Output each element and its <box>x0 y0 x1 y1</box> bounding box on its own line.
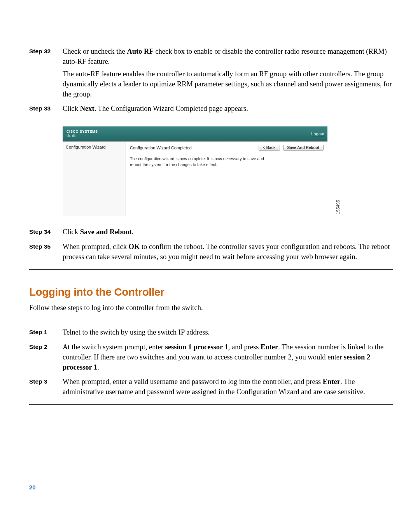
step-paragraph: Telnet to the switch by using the switch… <box>63 328 393 338</box>
step-row: Step 1Telnet to the switch by using the … <box>29 328 393 340</box>
section-intro: Follow these steps to log into the contr… <box>29 303 393 313</box>
wizard-completed-description: The configuration wizard is now complete… <box>130 156 266 167</box>
bold-text: session 2 processor 1 <box>63 353 370 371</box>
step-row: Step 35When prompted, click OK to confir… <box>29 242 393 265</box>
step-label: Step 1 <box>29 328 63 336</box>
step-paragraph: When prompted, enter a valid username an… <box>63 377 393 397</box>
save-and-reboot-button[interactable]: Save And Reboot <box>283 145 324 151</box>
step-label: Step 33 <box>29 104 63 112</box>
step-paragraph: When prompted, click OK to confirm the r… <box>63 242 393 262</box>
step-row: Step 32Check or uncheck the Auto RF chec… <box>29 47 393 102</box>
section-heading: Logging into the Controller <box>29 286 393 298</box>
step-paragraph: At the switch system prompt, enter sessi… <box>63 342 393 373</box>
step-content: Click Next. The Configuration Wizard Com… <box>63 104 393 116</box>
step-label: Step 32 <box>29 47 63 55</box>
screenshot-main: Configuration Wizard Completed < Back Sa… <box>126 142 327 216</box>
cisco-logo: CISCO SYSTEMS ıllı. ıllı. <box>66 130 98 138</box>
logout-link[interactable]: Logout <box>311 131 324 136</box>
step-content: Click Save and Reboot. <box>63 227 393 240</box>
step-content: When prompted, click OK to confirm the r… <box>63 242 393 265</box>
bold-text: Enter <box>261 343 278 351</box>
screenshot-figure: CISCO SYSTEMS ıllı. ıllı. Logout Configu… <box>63 126 339 216</box>
step-content: At the switch system prompt, enter sessi… <box>63 342 393 375</box>
step-row: Step 2At the switch system prompt, enter… <box>29 342 393 375</box>
step-label: Step 2 <box>29 342 63 351</box>
step-content: When prompted, enter a valid username an… <box>63 377 393 400</box>
step-content: Check or uncheck the Auto RF check box t… <box>63 47 393 102</box>
screenshot-sidebar: Configuration Wizard <box>63 142 126 216</box>
step-label: Step 34 <box>29 227 63 235</box>
bold-text: OK <box>129 243 140 251</box>
bold-text: Save and Reboot <box>80 228 132 236</box>
step-label: Step 35 <box>29 242 63 250</box>
bold-text: Enter <box>323 378 340 386</box>
figure-id: 155495 <box>336 200 340 214</box>
step-content: Telnet to the switch by using the switch… <box>63 328 393 340</box>
step-row: Step 3When prompted, enter a valid usern… <box>29 377 393 400</box>
bold-text: Next <box>80 105 94 112</box>
step-row: Step 33Click Next. The Configuration Wiz… <box>29 104 393 116</box>
step-paragraph: The auto-RF feature enables the controll… <box>63 69 393 100</box>
step-paragraph: Click Next. The Configuration Wizard Com… <box>63 104 393 114</box>
back-button[interactable]: < Back <box>259 145 280 151</box>
logo-text: CISCO SYSTEMS <box>66 130 98 134</box>
step-label: Step 3 <box>29 377 63 385</box>
steps-block-bottom: Step 1Telnet to the switch by using the … <box>29 325 393 405</box>
wizard-completed-title: Configuration Wizard Completed <box>130 145 192 150</box>
sidebar-title: Configuration Wizard <box>66 145 106 149</box>
logo-bars-icon: ıllı. ıllı. <box>66 134 98 138</box>
steps-block-after-screenshot: Step 34Click Save and Reboot.Step 35When… <box>29 227 393 270</box>
step-paragraph: Click Save and Reboot. <box>63 227 393 237</box>
bold-text: session 1 processor 1 <box>165 343 228 351</box>
step-paragraph: Check or uncheck the Auto RF check box t… <box>63 47 393 67</box>
page-number: 20 <box>29 484 36 491</box>
step-row: Step 34Click Save and Reboot. <box>29 227 393 240</box>
screenshot-header: CISCO SYSTEMS ıllı. ıllı. Logout <box>63 126 327 141</box>
steps-block-top: Step 32Check or uncheck the Auto RF chec… <box>29 47 393 116</box>
bold-text: Auto RF <box>127 47 153 55</box>
